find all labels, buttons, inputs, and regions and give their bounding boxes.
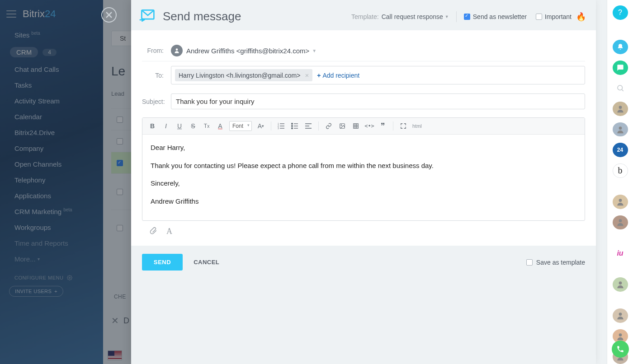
svg-point-30 bbox=[619, 126, 622, 130]
body-line: Dear Harry, bbox=[151, 142, 576, 154]
html-mode-button[interactable]: html bbox=[411, 123, 424, 129]
attach-file-icon[interactable] bbox=[149, 226, 157, 237]
modal-title: Send message bbox=[163, 9, 241, 23]
bold-button[interactable]: B bbox=[146, 120, 159, 132]
image-button[interactable] bbox=[336, 120, 349, 132]
ordered-list-button[interactable]: 123 bbox=[275, 120, 288, 132]
save-as-template-checkbox[interactable]: Save as template bbox=[526, 259, 585, 266]
cancel-button[interactable]: CANCEL bbox=[194, 259, 219, 266]
svg-point-33 bbox=[619, 281, 622, 285]
plus-icon: + bbox=[317, 72, 321, 79]
svg-rect-22 bbox=[354, 124, 359, 129]
rail-avatar[interactable] bbox=[613, 195, 628, 209]
code-button[interactable]: <•> bbox=[363, 120, 376, 132]
checkbox-off-icon bbox=[536, 14, 542, 20]
align-button[interactable] bbox=[302, 120, 315, 132]
subject-label: Subject: bbox=[142, 98, 171, 105]
font-color-button[interactable]: A bbox=[214, 120, 227, 132]
svg-point-11 bbox=[292, 123, 293, 125]
svg-point-27 bbox=[618, 85, 623, 90]
body-line: Thank you for contacting us! Please expe… bbox=[151, 160, 576, 172]
flame-icon: 🔥 bbox=[576, 12, 586, 22]
rail-avatar[interactable] bbox=[613, 277, 628, 292]
important-checkbox[interactable]: Important 🔥 bbox=[536, 12, 586, 22]
iu-app-icon[interactable]: iu bbox=[613, 246, 628, 261]
editor-toolbar: B I U S Tx A Font A▾ 123 bbox=[142, 118, 585, 135]
mail-send-icon bbox=[139, 9, 156, 24]
send-message-modal: Send message Template: Call request resp… bbox=[131, 0, 596, 364]
modal-overlay[interactable] bbox=[0, 0, 131, 364]
rail-avatar[interactable] bbox=[613, 122, 628, 137]
b-app-icon[interactable]: b bbox=[613, 163, 628, 178]
svg-point-12 bbox=[292, 126, 293, 127]
svg-point-4 bbox=[176, 48, 178, 51]
from-value[interactable]: Andrew Griffiths <griffiths@bitrix24.com… bbox=[186, 47, 309, 55]
font-family-select[interactable]: Font bbox=[229, 121, 252, 131]
svg-point-31 bbox=[619, 199, 622, 202]
bitrix24-app-icon[interactable]: 24 bbox=[613, 143, 628, 157]
checkbox-on-icon bbox=[464, 14, 470, 20]
unordered-list-button[interactable] bbox=[288, 120, 301, 132]
quote-button[interactable]: ❞ bbox=[377, 120, 389, 132]
send-button[interactable]: SEND bbox=[142, 254, 183, 271]
to-label: To: bbox=[142, 72, 171, 79]
to-field[interactable]: Harry Livingston <h.livingston@gmail.com… bbox=[171, 66, 585, 84]
svg-point-21 bbox=[341, 125, 342, 126]
notifications-button[interactable] bbox=[613, 40, 628, 54]
add-recipient-link[interactable]: + Add recipient bbox=[317, 72, 359, 79]
body-line: Sincerely, bbox=[151, 177, 576, 189]
send-as-newsletter-checkbox[interactable]: Send as newsletter bbox=[464, 13, 527, 20]
italic-button[interactable]: I bbox=[160, 120, 172, 132]
checkbox-off-icon bbox=[526, 259, 533, 266]
svg-text:3: 3 bbox=[278, 127, 279, 129]
svg-point-34 bbox=[619, 313, 622, 316]
strike-button[interactable]: S bbox=[187, 120, 199, 132]
table-button[interactable] bbox=[350, 120, 362, 132]
text-format-icon[interactable]: A bbox=[166, 227, 172, 236]
call-button[interactable] bbox=[612, 341, 629, 358]
svg-point-13 bbox=[292, 128, 293, 129]
fullscreen-button[interactable] bbox=[397, 120, 410, 132]
subject-input[interactable] bbox=[171, 93, 585, 109]
close-modal-button[interactable] bbox=[101, 7, 117, 23]
messenger-button[interactable] bbox=[613, 61, 628, 75]
right-rail: ? 24 b iu bbox=[607, 0, 633, 364]
subscript-button[interactable]: Tx bbox=[200, 120, 213, 132]
template-label: Template: bbox=[351, 13, 379, 20]
from-label: From: bbox=[142, 47, 171, 54]
rich-text-editor: B I U S Tx A Font A▾ 123 bbox=[142, 117, 585, 221]
help-button[interactable]: ? bbox=[613, 5, 628, 20]
rail-search-button[interactable] bbox=[613, 81, 628, 96]
body-line: Andrew Griffiths bbox=[151, 196, 576, 207]
remove-chip-icon[interactable]: × bbox=[305, 71, 309, 79]
sender-avatar-icon bbox=[171, 45, 183, 56]
editor-body[interactable]: Dear Harry, Thank you for contacting us!… bbox=[142, 135, 585, 220]
chevron-down-icon[interactable]: ▼ bbox=[312, 48, 316, 53]
rail-avatar[interactable] bbox=[613, 102, 628, 116]
underline-button[interactable]: U bbox=[173, 120, 186, 132]
svg-point-35 bbox=[619, 333, 622, 336]
rail-avatar[interactable] bbox=[613, 215, 628, 230]
chevron-down-icon: ▼ bbox=[445, 14, 449, 19]
font-size-button[interactable]: A▾ bbox=[255, 120, 267, 132]
svg-point-32 bbox=[619, 219, 622, 223]
template-dropdown[interactable]: Call request response ▼ bbox=[382, 13, 449, 20]
svg-line-28 bbox=[622, 90, 623, 91]
link-button[interactable] bbox=[322, 120, 335, 132]
recipient-chip[interactable]: Harry Livingston <h.livingston@gmail.com… bbox=[175, 69, 312, 81]
svg-point-29 bbox=[619, 106, 622, 109]
rail-avatar[interactable] bbox=[613, 308, 628, 323]
